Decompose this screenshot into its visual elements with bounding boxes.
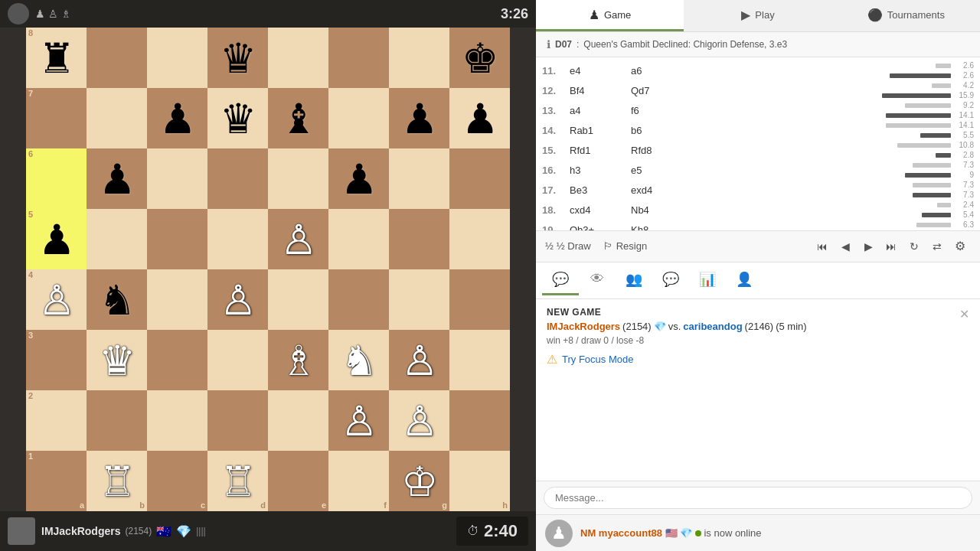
chat-tab-message[interactable]: 💬: [542, 265, 579, 295]
square-h3[interactable]: [449, 330, 510, 390]
nav-next-button[interactable]: ▶: [858, 236, 879, 257]
square-a8[interactable]: 8♜: [26, 28, 87, 88]
square-h7[interactable]: ♟: [449, 88, 510, 148]
chat-tab-stats[interactable]: 📊: [689, 265, 726, 295]
player1-link[interactable]: IMJackRodgers: [547, 321, 620, 332]
square-f5[interactable]: [328, 209, 389, 269]
move-white-18[interactable]: cxd4: [567, 203, 628, 217]
square-b2[interactable]: [87, 390, 147, 451]
square-f7[interactable]: [328, 88, 389, 148]
square-e3[interactable]: ♗: [268, 330, 328, 390]
square-b4[interactable]: ♞: [87, 269, 147, 330]
online-player-name[interactable]: myaccount88: [599, 527, 662, 539]
move-black-16[interactable]: e5: [628, 163, 689, 178]
square-d6[interactable]: [207, 148, 268, 209]
square-e6[interactable]: [268, 148, 328, 209]
move-white-17[interactable]: Be3: [567, 183, 628, 197]
square-f2[interactable]: ♙: [328, 390, 389, 451]
player2-link[interactable]: caribeandog: [683, 321, 742, 332]
square-c8[interactable]: [147, 28, 207, 88]
nav-first-button[interactable]: ⏮: [812, 236, 833, 257]
square-c1[interactable]: c: [147, 451, 207, 511]
nav-last-button[interactable]: ⏭: [880, 236, 902, 257]
square-g2[interactable]: ♙: [389, 390, 449, 451]
square-e4[interactable]: [268, 269, 328, 330]
square-g1[interactable]: g♔: [389, 451, 449, 511]
chat-tab-analysis[interactable]: 💬: [652, 265, 689, 295]
square-a3[interactable]: 3: [26, 330, 87, 390]
chat-tab-user[interactable]: 👤: [726, 265, 763, 295]
square-a7[interactable]: 7: [26, 88, 87, 148]
square-c2[interactable]: [147, 390, 207, 451]
square-a2[interactable]: 2: [26, 390, 87, 451]
square-f1[interactable]: f: [328, 451, 389, 511]
move-black-19[interactable]: Kh8: [628, 223, 689, 230]
tab-tournaments[interactable]: ⚫ Tournaments: [832, 0, 980, 31]
square-h5[interactable]: [449, 209, 510, 269]
square-g6[interactable]: [389, 148, 449, 209]
move-black-18[interactable]: Nb4: [628, 203, 689, 217]
square-g3[interactable]: ♙: [389, 330, 449, 390]
move-white-11[interactable]: e4: [567, 64, 628, 78]
resign-button[interactable]: 🏳 Resign: [603, 240, 647, 252]
square-a1[interactable]: 1a: [26, 451, 87, 511]
square-b5[interactable]: [87, 209, 147, 269]
nav-swap-button[interactable]: ⇄: [926, 236, 948, 257]
square-c7[interactable]: ♟: [147, 88, 207, 148]
square-c6[interactable]: [147, 148, 207, 209]
square-b1[interactable]: b♖: [87, 451, 147, 511]
move-white-19[interactable]: Qb3+: [567, 223, 628, 230]
draw-button[interactable]: ½ ½ Draw: [545, 240, 591, 252]
square-d4[interactable]: ♙: [207, 269, 268, 330]
chess-board[interactable]: 8♜♛♚7♟♛♝♟♟6♟♟5♟♙4♙♞♙3♛♗♞♙2♙♙1ab♖cd♖efg♔h: [26, 28, 510, 511]
square-d1[interactable]: d♖: [207, 451, 268, 511]
chat-tab-players[interactable]: 👥: [616, 265, 652, 295]
square-f6[interactable]: ♟: [328, 148, 389, 209]
square-a5[interactable]: 5♟: [26, 209, 87, 269]
square-c5[interactable]: [147, 209, 207, 269]
square-b7[interactable]: [87, 88, 147, 148]
settings-button[interactable]: ⚙: [949, 236, 971, 257]
move-white-16[interactable]: h3: [567, 163, 628, 178]
move-black-14[interactable]: b6: [628, 123, 689, 138]
square-g8[interactable]: [389, 28, 449, 88]
square-h1[interactable]: h: [449, 451, 510, 511]
square-d7[interactable]: ♛: [207, 88, 268, 148]
square-b6[interactable]: ♟: [87, 148, 147, 209]
tab-play[interactable]: ▶ Play: [684, 0, 831, 31]
square-h2[interactable]: [449, 390, 510, 451]
square-g7[interactable]: ♟: [389, 88, 449, 148]
square-e8[interactable]: [268, 28, 328, 88]
square-b8[interactable]: [87, 28, 147, 88]
chat-tab-watch[interactable]: 👁: [579, 265, 616, 295]
square-f8[interactable]: [328, 28, 389, 88]
square-b3[interactable]: ♛: [87, 330, 147, 390]
move-white-14[interactable]: Rab1: [567, 123, 628, 138]
square-c4[interactable]: [147, 269, 207, 330]
close-notification-button[interactable]: ✕: [959, 307, 969, 321]
square-a6[interactable]: 6: [26, 148, 87, 209]
square-h6[interactable]: [449, 148, 510, 209]
tab-game[interactable]: ♟ Game: [536, 0, 684, 31]
square-e7[interactable]: ♝: [268, 88, 328, 148]
nav-flip-button[interactable]: ↻: [903, 236, 925, 257]
square-f4[interactable]: [328, 269, 389, 330]
chat-input[interactable]: [544, 487, 972, 509]
square-c3[interactable]: [147, 330, 207, 390]
square-d2[interactable]: [207, 390, 268, 451]
square-g5[interactable]: [389, 209, 449, 269]
square-d8[interactable]: ♛: [207, 28, 268, 88]
move-black-15[interactable]: Rfd8: [628, 143, 689, 158]
square-e5[interactable]: ♙: [268, 209, 328, 269]
move-black-13[interactable]: f6: [628, 103, 689, 118]
square-a4[interactable]: 4♙: [26, 269, 87, 330]
square-d3[interactable]: [207, 330, 268, 390]
square-h4[interactable]: [449, 269, 510, 330]
move-black-17[interactable]: exd4: [628, 183, 689, 197]
square-f3[interactable]: ♞: [328, 330, 389, 390]
move-black-11[interactable]: a6: [628, 64, 689, 78]
square-d5[interactable]: [207, 209, 268, 269]
square-e1[interactable]: e: [268, 451, 328, 511]
move-white-13[interactable]: a4: [567, 103, 628, 118]
nav-prev-button[interactable]: ◀: [835, 236, 856, 257]
